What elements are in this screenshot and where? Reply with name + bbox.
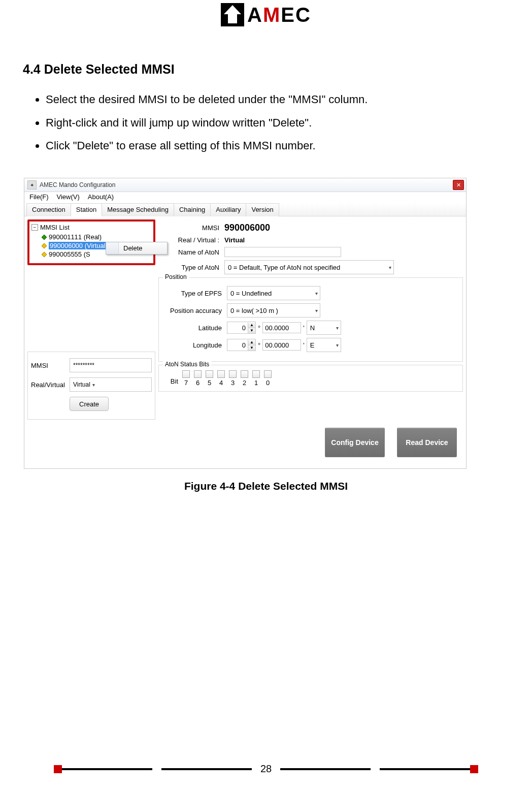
longitude-min-input[interactable]: 00.0000 (262, 339, 301, 351)
real-virtual-label: Real / Virtual : (158, 236, 224, 244)
tree-item-label: 990006000 (Virtual) (49, 242, 109, 249)
type-of-epfs-select[interactable]: 0 = Undefined (227, 286, 320, 300)
page-number: 28 (252, 763, 280, 775)
bit0-checkbox[interactable] (264, 370, 272, 378)
type-of-epfs-value: 0 = Undefined (230, 290, 272, 297)
degree-symbol: ° (258, 324, 260, 332)
create-button[interactable]: Create (70, 397, 109, 411)
bit2-checkbox[interactable] (241, 370, 248, 378)
instruction-item: Select the desired MMSI to be deleted un… (46, 92, 532, 107)
figure-caption: Figure 4-4 Delete Selected MMSI (0, 480, 532, 492)
bit-number: 3 (231, 379, 235, 387)
logo-letter-red: M (263, 4, 281, 26)
tree-root-label: MMSI List (40, 224, 70, 231)
minute-symbol: ' (303, 341, 304, 349)
create-mmsi-input[interactable]: ********* (70, 358, 152, 372)
tab-auxiliary[interactable]: Auxiliary (210, 203, 246, 216)
create-rv-value: Virtual (73, 381, 90, 388)
position-accuracy-label: Position accuracy (161, 307, 227, 314)
tree-collapse-icon[interactable]: − (31, 224, 38, 231)
tab-message-scheduling[interactable]: Message Scheduling (102, 203, 174, 216)
instruction-item: Right-click and it will jump up window w… (46, 115, 532, 131)
status-bits-group: AtoN Status Bits 7 6 5 4 3 2 1 0 Bit (158, 365, 463, 392)
diamond-icon (42, 252, 47, 257)
tree-item-label: 990001111 (Real) (49, 233, 102, 241)
bit-number: 5 (208, 379, 211, 387)
menubar: File(F) View(V) About(A) (24, 192, 466, 203)
longitude-dir-select[interactable]: E (307, 338, 341, 352)
svg-marker-2 (42, 252, 47, 257)
mmsi-label: MMSI (158, 224, 224, 232)
read-device-button[interactable]: Read Device (397, 428, 457, 457)
latitude-deg-spin[interactable]: ▲▼ (227, 322, 256, 334)
red-square-icon (470, 765, 478, 773)
page-header: A M EC (0, 0, 532, 26)
bit4-checkbox[interactable] (217, 370, 225, 378)
mmsi-value: 990006000 (224, 223, 270, 233)
context-menu: Delete (106, 242, 168, 255)
bit6-checkbox[interactable] (194, 370, 202, 378)
bit5-checkbox[interactable] (206, 370, 213, 378)
diamond-icon (42, 243, 47, 248)
red-square-icon (54, 765, 62, 773)
longitude-deg-spin[interactable]: ▲▼ (227, 339, 256, 351)
spin-down-icon[interactable]: ▼ (248, 345, 255, 351)
bit-number: 1 (254, 379, 258, 387)
bit-number: 6 (196, 379, 200, 387)
bit1-checkbox[interactable] (252, 370, 260, 378)
instruction-list: Select the desired MMSI to be deleted un… (36, 92, 532, 153)
svg-marker-1 (42, 243, 47, 248)
spin-up-icon[interactable]: ▲ (248, 323, 255, 328)
tree-item-label: 990005555 (S (49, 250, 90, 258)
latitude-label: Latitude (161, 324, 227, 332)
tab-chaining[interactable]: Chaining (174, 203, 211, 216)
latitude-dir-select[interactable]: N (307, 321, 341, 335)
status-bits-legend: AtoN Status Bits (163, 361, 211, 368)
section-heading: 4.4 Delete Selected MMSI (23, 62, 532, 77)
create-panel: MMSI ********* Real/Virtual Virtual ▾ Cr… (27, 352, 155, 420)
logo-letter: EC (281, 4, 311, 26)
bit3-checkbox[interactable] (229, 370, 237, 378)
config-device-button[interactable]: Config Device (325, 428, 385, 457)
type-of-epfs-label: Type of EPFS (161, 290, 227, 297)
app-window: ✦ AMEC Mando Configuration ✕ File(F) Vie… (24, 178, 467, 469)
position-accuracy-value: 0 = low( >10 m ) (230, 307, 278, 314)
name-of-aton-input[interactable] (224, 247, 341, 257)
position-group: Position Type of EPFS 0 = Undefined Posi… (158, 277, 463, 362)
create-mmsi-label: MMSI (31, 362, 70, 369)
titlebar: ✦ AMEC Mando Configuration ✕ (24, 178, 466, 192)
svg-marker-0 (42, 235, 47, 240)
spin-up-icon[interactable]: ▲ (248, 340, 255, 345)
latitude-deg-input[interactable] (227, 322, 248, 333)
tabbar: Connection Station Message Scheduling Ch… (24, 203, 466, 216)
create-rv-label: Real/Virtual (31, 381, 70, 389)
page-footer: 28 (0, 763, 532, 775)
tree-item[interactable]: 990001111 (Real) (42, 233, 151, 241)
bit7-checkbox[interactable] (182, 370, 190, 378)
create-rv-select[interactable]: Virtual ▾ (70, 377, 152, 392)
latitude-dir-value: N (310, 324, 315, 332)
latitude-min-input[interactable]: 00.0000 (262, 322, 301, 333)
menu-view[interactable]: View(V) (57, 193, 80, 201)
chevron-down-icon: ▾ (92, 382, 95, 388)
type-of-aton-select[interactable]: 0 = Default, Type of AtoN not specified (224, 260, 394, 274)
menu-about[interactable]: About(A) (88, 193, 114, 201)
tab-version[interactable]: Version (246, 203, 279, 216)
detail-form: MMSI 990006000 Real / Virtual : Virtual … (158, 219, 463, 420)
tab-connection[interactable]: Connection (26, 203, 71, 216)
diamond-icon (42, 235, 47, 240)
close-button[interactable]: ✕ (453, 180, 464, 190)
tab-station[interactable]: Station (71, 203, 102, 216)
menu-file[interactable]: File(F) (29, 193, 49, 201)
mmsi-list-tree: − MMSI List 990001111 (Real) 990006000 (… (27, 219, 155, 265)
logo-letter: A (247, 4, 263, 26)
longitude-label: Longitude (161, 341, 227, 349)
logo-text: A M EC (247, 4, 311, 26)
bit-number: 4 (219, 379, 223, 387)
position-accuracy-select[interactable]: 0 = low( >10 m ) (227, 303, 320, 318)
type-of-aton-value: 0 = Default, Type of AtoN not specified (228, 264, 340, 271)
context-menu-delete[interactable]: Delete (106, 242, 167, 254)
app-icon: ✦ (27, 180, 37, 189)
spin-down-icon[interactable]: ▼ (248, 328, 255, 333)
longitude-deg-input[interactable] (227, 339, 248, 351)
